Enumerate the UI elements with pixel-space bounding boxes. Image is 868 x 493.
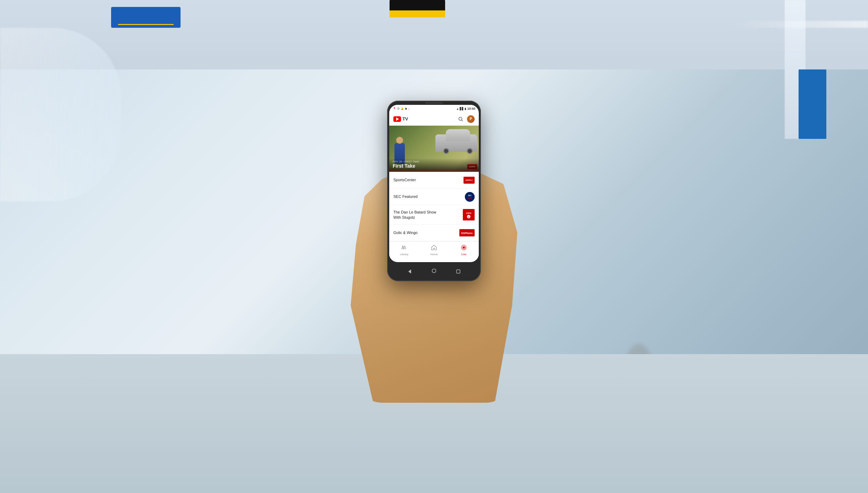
status-bar: 📍 ⓢ 🔔 ▣ ↕ ▲ ▋▋ ▮ 10:50 <box>389 105 479 112</box>
espn2-logo: ESPN 2 <box>464 177 475 184</box>
program-name-golic: Golic & Wingo <box>393 230 418 235</box>
hero-image[interactable]: ESPN NOV 28 • FIRST TAKE First Take <box>389 126 479 171</box>
hero-title: First Take <box>393 164 475 169</box>
program-name-danlb-line1: The Dan Le Batard Show <box>393 210 436 215</box>
program-name-sec: SEC Featured <box>393 194 418 199</box>
status-icons-right: ▲ ▋▋ ▮ 10:50 <box>456 107 475 110</box>
reddit-icon: ⓢ <box>397 107 400 110</box>
battery-icon: ▮ <box>465 107 466 110</box>
svg-line-1 <box>462 120 463 121</box>
play-triangle <box>396 117 399 121</box>
hero-meta: NOV 28 • FIRST TAKE <box>393 160 475 163</box>
hand-phone-container: 📍 ⓢ 🔔 ▣ ↕ ▲ ▋▋ ▮ 10:50 <box>312 90 556 403</box>
location-icon: 📍 <box>393 107 396 110</box>
program-item-sec[interactable]: SEC Featured SEC ESPN <box>389 189 479 205</box>
android-recent-button[interactable] <box>455 268 462 275</box>
cast-icon: ▣ <box>405 107 407 110</box>
search-button[interactable] <box>457 116 464 123</box>
svg-marker-15 <box>408 269 411 274</box>
app-header: TV P <box>389 112 479 126</box>
car-roof <box>446 129 470 141</box>
library-icon <box>401 244 407 252</box>
phone-device: 📍 ⓢ 🔔 ▣ ↕ ▲ ▋▋ ▮ 10:50 <box>387 101 481 281</box>
phone-screen: 📍 ⓢ 🔔 ▣ ↕ ▲ ▋▋ ▮ 10:50 <box>389 105 479 262</box>
svg-text:U: U <box>468 216 469 218</box>
ceiling-light-right <box>729 21 868 28</box>
airport-sign-top <box>390 0 445 17</box>
nav-library[interactable]: Library <box>394 244 415 256</box>
espnnews-logo: ESPNews <box>459 229 475 236</box>
nav-home[interactable]: Home <box>424 244 444 256</box>
sec-espn-logo: SEC ESPN <box>465 192 475 202</box>
live-icon <box>461 244 467 252</box>
svg-text:ESPNews: ESPNews <box>461 232 473 234</box>
svg-point-12 <box>463 246 465 249</box>
nav-live[interactable]: Live <box>453 244 474 256</box>
user-avatar[interactable]: P <box>467 115 475 123</box>
android-nav <box>387 265 481 278</box>
live-label: Live <box>461 253 467 256</box>
espnu-logo: ESPN U <box>463 209 475 220</box>
svg-text:ESPN: ESPN <box>468 198 472 199</box>
blue-accent-stripe <box>799 69 826 139</box>
time-display: 10:50 <box>467 107 475 110</box>
android-back-button[interactable] <box>406 268 413 275</box>
program-name-danlb-line2: With Stugotz <box>393 215 436 220</box>
hero-car <box>432 129 477 157</box>
program-item-sportscenter[interactable]: SportsCenter ESPN 2 <box>389 172 479 189</box>
bottom-nav: Library Home <box>389 241 479 259</box>
arch-left <box>0 28 122 201</box>
header-icons: P <box>457 115 475 123</box>
program-list: SportsCenter ESPN 2 SEC Featured SEC ESP… <box>389 172 479 241</box>
svg-text:SEC: SEC <box>468 194 472 197</box>
youtube-tv-logo: TV <box>393 116 408 122</box>
svg-point-16 <box>432 269 436 273</box>
program-item-danlb[interactable]: The Dan Le Batard Show With Stugotz ESPN… <box>389 205 479 225</box>
airport-sign-left <box>111 7 181 28</box>
library-label: Library <box>400 253 408 256</box>
svg-point-0 <box>459 117 462 120</box>
program-item-golic[interactable]: Golic & Wingo ESPNews <box>389 225 479 241</box>
home-label: Home <box>430 253 437 256</box>
car-wheel-right <box>467 148 473 154</box>
home-icon <box>431 244 437 252</box>
sync-icon: ↕ <box>408 108 410 110</box>
car-wheel-left <box>443 148 449 154</box>
hero-info: NOV 28 • FIRST TAKE First Take <box>389 158 479 171</box>
android-home-button[interactable] <box>431 268 437 275</box>
svg-point-2 <box>465 192 475 202</box>
svg-rect-17 <box>457 270 460 273</box>
tv-text: TV <box>402 116 408 122</box>
program-name-sportscenter: SportsCenter <box>393 177 416 182</box>
program-name-danlb: The Dan Le Batard Show With Stugotz <box>393 210 436 220</box>
status-icons-left: 📍 ⓢ 🔔 ▣ ↕ <box>393 107 410 110</box>
svg-text:ESPN: ESPN <box>466 212 471 214</box>
signal-icon: ▋▋ <box>460 107 464 110</box>
phone-speaker <box>425 102 443 104</box>
notification-icon: 🔔 <box>401 107 404 110</box>
wifi-icon: ▲ <box>456 107 459 110</box>
youtube-icon <box>393 116 401 122</box>
